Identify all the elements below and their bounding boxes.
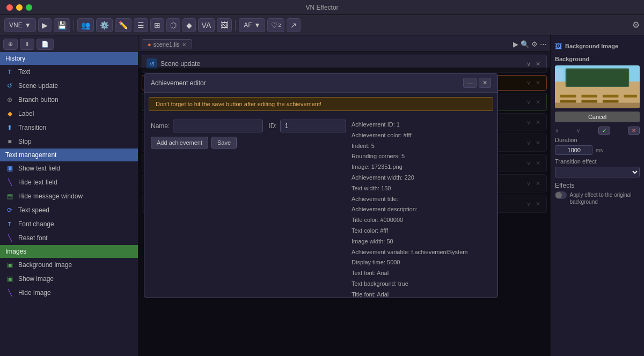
rs-duration-input[interactable] [555,145,592,155]
close-button[interactable] [6,4,13,11]
sidebar-item-transition[interactable]: ⬆ Transition [0,121,138,135]
app-title: VN Effector [305,4,338,11]
ae-header-buttons: — ✕ [463,78,491,88]
like-button[interactable]: ♡ 2 [267,18,284,32]
gear-button[interactable]: ⚙ [632,20,640,30]
sidebar-item-hide-text-field[interactable]: ╲ Hide text field [0,175,138,189]
sidebar-item-label-stop: Stop [18,138,32,145]
traffic-lights [6,4,32,11]
sidebar-item-font-change[interactable]: T Font change [0,217,138,231]
edit-icon-button[interactable]: ✏️ [115,18,131,32]
ae-minimize-button[interactable]: — [463,78,477,88]
grid-icon-button[interactable]: ⊞ [150,18,164,32]
vne-menu[interactable]: VNE ▼ [4,18,36,32]
layers-icon-button[interactable]: ⬡ [166,18,180,32]
sidebar-label-hide-image: Hide image [18,289,51,296]
ae-save-button[interactable]: Save [211,137,237,149]
rs-controls-row-1: ∧ ∨ ✓ ✕ [555,127,640,135]
sidebar-item-stop[interactable]: ■ Stop [0,135,138,149]
ae-id-input[interactable] [280,120,346,132]
svg-rect-6 [581,95,597,98]
rs-duration-row: Duration [555,137,640,143]
minimize-button[interactable] [16,4,23,11]
transition-icon: ⬆ [5,123,14,132]
rs-duration-label: Duration [555,137,577,143]
bg-preview-svg [555,65,640,108]
sidebar-item-label[interactable]: ◆ Label [0,107,138,121]
sidebar-item-hide-message-window[interactable]: ▤ Hide message window [0,189,138,203]
tab-close-button[interactable]: ✕ [182,42,186,48]
list-icon-button[interactable]: ☰ [134,18,148,32]
ae-add-button[interactable]: Add achievement [151,137,208,149]
show-image-icon: ▣ [5,275,14,283]
search-action-button[interactable]: 🔍 [521,40,529,48]
sidebar-item-background-image[interactable]: ▣ Background image [0,258,138,272]
ae-warning: Don't forget to hit the save button afte… [149,97,493,111]
sidebar-tab-icon2[interactable]: ⬇ [20,39,34,50]
play-button[interactable]: ▶ [38,18,52,32]
sidebar-item-text-speed[interactable]: ⟳ Text speed [0,203,138,217]
svg-rect-11 [603,100,619,103]
sidebar-label-hide-message: Hide message window [18,192,83,200]
sidebar-item-show-text-field[interactable]: ▣ Show text field [0,161,138,175]
sidebar-item-label-transition: Transition [18,124,46,131]
ae-name-input[interactable] [173,120,263,132]
rs-chevron-down-1[interactable]: ∨ [576,128,580,134]
background-image-icon: ▣ [5,261,14,269]
sidebar-tab-icon1[interactable]: ⊕ [3,39,18,50]
image-icon-button[interactable]: 🖼 [217,18,232,32]
rs-duration-unit: ms [596,147,603,153]
settings-action-button[interactable]: ⚙ [531,40,538,48]
close-btn[interactable]: ✕ [534,60,542,68]
save-button[interactable]: 💾 [54,18,70,32]
apply-effect-toggle[interactable] [555,191,567,199]
sidebar-item-label-branch: Branch button [18,96,58,103]
rs-bg-image-label: Background Image [565,43,618,49]
ae-details-panel: Achievement ID: 1 Achievement color: #ff… [352,120,491,300]
stop-icon: ■ [5,137,14,146]
ae-detail-title-font: Title font: Arial [352,290,491,300]
sidebar-item-branch-button[interactable]: ⊕ Branch button [0,93,138,107]
export-button[interactable]: ↗ [287,18,301,32]
users-icon-button[interactable]: 👥 [77,18,94,32]
script-area[interactable]: ↺ Scene update ∨ ✕ 🔊 Tu... ∨ ✕ ▣ Ba... [138,51,550,356]
achievement-overlay: Achievement editor — ✕ Don't forget to h… [138,68,550,356]
sidebar-item-text[interactable]: T Text [0,65,138,79]
text-icon: T [5,68,14,76]
more-action-button[interactable]: ⋯ [540,40,547,48]
maximize-button[interactable] [26,4,32,11]
rs-duration-input-row: ms [555,145,640,155]
achievement-editor: Achievement editor — ✕ Don't forget to h… [144,73,498,298]
section-images: Images [0,245,138,258]
script-tab[interactable]: ● scene1.lis ✕ [142,39,192,49]
shape-icon-button[interactable]: ◆ [182,18,196,32]
cancel-button[interactable]: Cancel [555,112,640,122]
sidebar-label-show-text-field: Show text field [18,165,60,172]
menu-bar: VNE ▼ ▶ 💾 👥 ⚙️ ✏️ ☰ ⊞ ⬡ ◆ VA 🖼 AF ▼ ♡ 2 … [0,15,644,35]
settings-icon-button[interactable]: ⚙️ [96,18,113,32]
script-item-controls: ∨ ✕ [525,60,542,68]
rs-transition-label: Transition effect [555,158,640,165]
rs-chevron-up-1[interactable]: ∧ [555,128,559,134]
sidebar-label-hide-text-field: Hide text field [18,179,57,186]
sidebar-tab-icon3[interactable]: 📄 [36,39,54,50]
rs-transition-select[interactable] [555,167,640,177]
sidebar-item-scene-update[interactable]: ↺ Scene update [0,79,138,93]
rs-ok-button[interactable]: ✓ [598,127,610,135]
ae-detail-text-font: Text font: Arial [352,268,491,279]
ae-close-button[interactable]: ✕ [479,78,491,88]
sidebar-label-show-image: Show image [18,275,54,283]
play-action-button[interactable]: ▶ [513,40,518,48]
font-change-icon: T [5,220,14,228]
text-icon-button[interactable]: VA [198,18,215,32]
sidebar-item-hide-image[interactable]: ╲ Hide image [0,286,138,300]
expand-btn[interactable]: ∨ [525,60,532,68]
svg-rect-3 [567,69,628,86]
af-menu[interactable]: AF ▼ [239,18,265,32]
ae-name-row: Name: ID: [151,120,346,132]
rs-remove-button[interactable]: ✕ [628,127,640,135]
tab-actions: ▶ 🔍 ⚙ ⋯ [513,40,547,48]
ae-detail-ach-title: Achievement title: [352,194,491,205]
sidebar-item-show-image[interactable]: ▣ Show image [0,272,138,286]
sidebar-item-reset-font[interactable]: ╲ Reset font [0,231,138,245]
